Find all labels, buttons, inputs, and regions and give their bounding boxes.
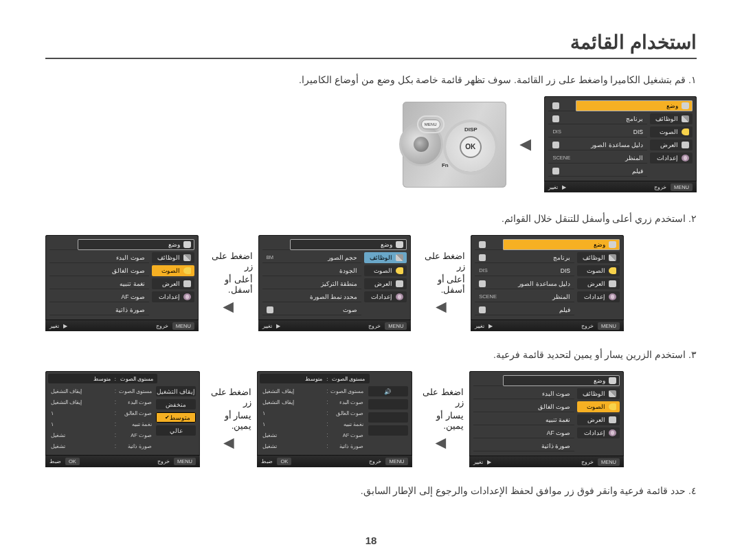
- conn-text: أعلى أو أسفل.: [204, 274, 253, 295]
- conn-text: اضغط على زر: [416, 251, 465, 271]
- list-item: فيلم: [548, 166, 647, 177]
- blank-opt: [368, 399, 408, 410]
- tab-mode: وضع: [290, 239, 407, 250]
- camera-icon: [479, 254, 486, 261]
- list-item: منطقة التركيز: [262, 278, 362, 289]
- speaker-icon: [609, 267, 616, 274]
- step-4: ٤. حدد قائمة فرعية وانقر فوق زر موافق لح…: [45, 485, 697, 496]
- camera-icon: [609, 377, 616, 384]
- list-item: صوت AF: [473, 427, 574, 438]
- tab-setup: إعدادات: [577, 427, 620, 438]
- flower-icon: [682, 155, 689, 161]
- menu-tag: MENU: [671, 183, 693, 191]
- list-item: DISDIS: [475, 265, 574, 276]
- camera-icon: [396, 241, 403, 248]
- footer-exit: خروج: [156, 323, 168, 329]
- mini-row: صوت الغالق : ١: [261, 408, 365, 418]
- monitor-icon: [682, 142, 689, 148]
- tab-func: الوظائف: [577, 252, 620, 263]
- mini-row: صوت الغالق : ١: [49, 408, 153, 418]
- triangle-right-icon: ▶: [63, 323, 67, 329]
- flower-icon: [183, 293, 191, 300]
- wrench-icon: [682, 115, 689, 122]
- sound-tab-icon: 🔊: [368, 386, 408, 396]
- list-item: محدد نمط الصورة: [262, 291, 362, 302]
- tab-setup: إعدادات: [152, 291, 194, 302]
- colon: :: [115, 376, 116, 382]
- mini-row: صوت AF : تشغيل: [49, 430, 153, 440]
- footer-exit: خروج: [368, 323, 381, 329]
- conn-text: يسار أو يمين.: [418, 410, 464, 431]
- list-item: برنامج: [548, 113, 647, 124]
- list-item: برنامج: [475, 252, 574, 263]
- mini-row: صوت AF : تشغيل: [261, 430, 365, 440]
- tab-mode: وضع: [503, 239, 620, 250]
- tab-mode: وضع: [78, 239, 194, 250]
- speaker-icon: [183, 267, 191, 274]
- blank-opt: [368, 425, 408, 436]
- option-high: عالي: [156, 425, 196, 436]
- title-rule: [45, 58, 697, 59]
- panel-mode-menu-2: وضع الوظائف الصوت العرض إعدادات تلقائي ب…: [471, 235, 624, 331]
- detail-header: مستوى الصوت : متوسط: [48, 374, 157, 383]
- header-label: مستوى الصوت: [120, 376, 153, 382]
- arrow-left-icon: ◄: [516, 133, 535, 155]
- triangle-right-icon: ▶: [488, 323, 493, 329]
- detail-header: مستوى الصوت : متوسط: [260, 374, 369, 383]
- conn-text: اضغط على زر: [205, 387, 251, 407]
- flower-icon: [609, 429, 616, 436]
- tab-sound: الصوت: [152, 265, 194, 276]
- footer-exit: خروج: [369, 458, 381, 464]
- panel-functions: وضع الوظائف الصوت العرض إعدادات اكتشاف ا…: [258, 235, 412, 331]
- tab-display: العرض: [152, 278, 194, 289]
- panel-sound-detail: مستوى الصوت : متوسط 🔊 مستوى الصوت : إيقا…: [257, 371, 412, 467]
- list-item: المنظرSCENE: [475, 291, 574, 302]
- panel-mode-menu: وضع الوظائف الصوت العرض إعدادات تلقائي ب…: [544, 96, 697, 192]
- tab-sound: الصوت: [364, 265, 407, 276]
- mini-row: مستوى الصوت : إيقاف التشغيل: [261, 386, 365, 396]
- option-off: إيقاف التشغيل: [156, 386, 196, 396]
- conn-text: يسار أو يمين.: [205, 410, 251, 431]
- list-item: صوت AF: [49, 291, 149, 302]
- header-value: متوسط: [93, 376, 111, 382]
- step2-row: وضع الوظائف الصوت العرض إعدادات تلقائي ب…: [45, 235, 624, 331]
- wrench-icon: [396, 254, 403, 261]
- list-item: المنظرSCENE: [548, 153, 647, 164]
- camera-icon: [609, 241, 616, 248]
- flower-icon: [609, 293, 616, 300]
- tab-mode: وضع: [503, 375, 620, 386]
- connector: اضغط على زر يسار أو يمين. ◄: [418, 387, 464, 451]
- flower-icon: [396, 293, 403, 300]
- list-item: حجم الصور8M: [262, 252, 362, 263]
- header-value: متوسط: [305, 376, 322, 382]
- panel-footer: MENUخروجOKضبط: [45, 455, 200, 467]
- connector: اضغط على زر أعلى أو أسفل. ◄: [416, 251, 465, 315]
- panel-footer: MENU خروج ▶ تغيير: [544, 181, 697, 192]
- wrench-icon: [609, 254, 616, 261]
- tab-display: العرض: [577, 278, 620, 289]
- connector: اضغط على زر يسار أو يمين. ◄: [205, 387, 251, 451]
- tab-func: الوظائف: [152, 252, 194, 263]
- option-mid: متوسط✔: [156, 412, 196, 423]
- tab-func: الوظائف: [650, 113, 693, 124]
- panel-sound-options: مستوى الصوت : متوسط إيقاف التشغيل منخفض …: [45, 371, 200, 467]
- monitor-icon: [396, 280, 403, 287]
- footer-exit: خروج: [157, 458, 170, 464]
- speaker-icon: [609, 403, 616, 410]
- footer-set: ضبط: [49, 458, 61, 464]
- footer-exit: خروج: [581, 323, 594, 329]
- list-item: نغمة تنبيه: [49, 278, 149, 289]
- mic-icon: [267, 306, 273, 313]
- movie-icon: [552, 168, 559, 175]
- monitor-icon: [183, 280, 191, 287]
- mini-row: صوت البدء : إيقاف التشغيل: [49, 397, 153, 407]
- step-1: ١. قم بتشغيل الكاميرا واضغط على زر القائ…: [45, 74, 697, 85]
- monitor-icon: [609, 416, 616, 423]
- triangle-right-icon: ▶: [562, 184, 566, 190]
- tab-display: العرض: [364, 278, 407, 289]
- tab-mode: وضع: [576, 100, 693, 111]
- step3-row: وضع الوظائف الصوت العرض إعدادات مستوى ال…: [45, 371, 624, 467]
- disp-label: DISP: [464, 126, 477, 133]
- tab-display: العرض: [650, 139, 693, 150]
- tab-sound: الصوت: [577, 401, 620, 412]
